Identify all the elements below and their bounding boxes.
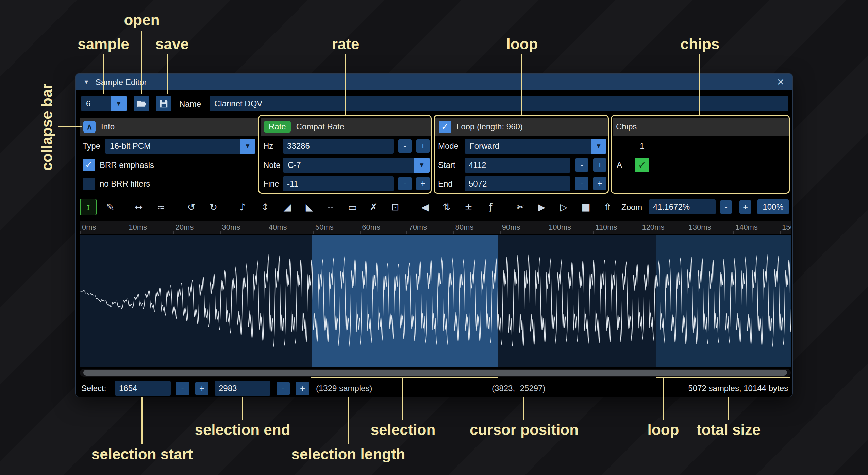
selection-end-input[interactable]: 2983	[215, 381, 270, 396]
scrollbar-thumb[interactable]	[83, 370, 787, 376]
zoom-in-button[interactable]: +	[739, 200, 751, 214]
sample-select[interactable]: 6 ▼	[81, 96, 127, 111]
loop-end-plus-button[interactable]: +	[593, 177, 606, 190]
selection-bracket-line	[311, 377, 498, 378]
ruler-label: 100ms	[549, 223, 571, 232]
type-select-value: 16-bit PCM	[105, 139, 240, 154]
fade-out-button[interactable]: ◣	[301, 199, 318, 215]
stop-preview-button[interactable]: ■	[578, 199, 594, 215]
collapse-window-icon[interactable]: ▼	[83, 78, 89, 86]
name-input[interactable]: Clarinet DQV	[210, 96, 788, 111]
selection-end-plus-button[interactable]: +	[296, 382, 309, 395]
selection-start-plus-button[interactable]: +	[195, 382, 208, 395]
no-brr-filters-checkbox[interactable]	[83, 178, 95, 190]
note-select[interactable]: C-7 ▼	[283, 158, 430, 173]
ruler-label: 40ms	[269, 223, 287, 232]
loop-panel-header: ✓ Loop (length: 960)	[435, 118, 609, 136]
invert-button[interactable]: ⇅	[438, 199, 455, 215]
ruler-tick	[780, 231, 781, 234]
chevron-down-icon[interactable]: ▼	[111, 96, 127, 111]
waveform-view[interactable]	[80, 235, 791, 367]
callout-line-save	[167, 54, 168, 94]
ruler-tick	[220, 231, 221, 234]
ruler-label: 140ms	[735, 223, 758, 232]
fine-plus-button[interactable]: +	[416, 177, 430, 190]
ruler[interactable]: 0ms10ms20ms30ms40ms50ms60ms70ms80ms90ms1…	[80, 221, 791, 234]
selection-end-minus-button[interactable]: -	[277, 382, 290, 395]
note-label: Note	[263, 160, 278, 170]
titlebar[interactable]: ▼ Sample Editor ✕	[76, 74, 792, 90]
ruler-label: 50ms	[315, 223, 334, 232]
redo-button[interactable]: ↻	[205, 199, 222, 215]
apply-silence-button[interactable]: ▭	[344, 199, 361, 215]
undo-button[interactable]: ↺	[183, 199, 200, 215]
reverse-button[interactable]: ◀	[417, 199, 433, 215]
loop-enable-checkbox[interactable]: ✓	[439, 121, 451, 133]
fine-minus-button[interactable]: -	[398, 177, 412, 190]
info-panel: ∧ Info Type 16-bit PCM ▼ ✓ BRR emphasis …	[80, 118, 258, 192]
preview-selection-button[interactable]: ▷	[555, 199, 572, 215]
zoom-label: Zoom	[621, 198, 642, 216]
zoom-reset-button[interactable]: 100%	[757, 199, 789, 214]
loop-end-input[interactable]: 5072	[465, 176, 570, 191]
loop-end-label: End	[438, 179, 460, 189]
fine-input[interactable]: -11	[283, 176, 394, 191]
callout-line-selection	[402, 378, 403, 420]
ruler-tick	[453, 231, 454, 234]
hz-plus-button[interactable]: +	[416, 139, 430, 153]
amplify-button[interactable]: ♪	[234, 199, 251, 215]
sign-button[interactable]: ±	[460, 199, 477, 215]
insert-silence-button[interactable]: ╌	[322, 199, 339, 215]
hz-input[interactable]: 33286	[283, 139, 394, 154]
waveform-canvas[interactable]	[80, 235, 791, 367]
selection-start-input[interactable]: 1654	[115, 381, 171, 396]
chevron-down-icon[interactable]: ▼	[240, 139, 255, 154]
loop-end-minus-button[interactable]: -	[575, 177, 588, 190]
note-select-value: C-7	[283, 158, 414, 173]
fade-in-button[interactable]: ◢	[279, 199, 296, 215]
selection-length-text: (1329 samples)	[316, 380, 372, 397]
open-button[interactable]	[134, 96, 149, 111]
filter-button[interactable]: ƒ	[482, 199, 499, 215]
name-label: Name	[179, 95, 201, 112]
ruler-tick	[640, 231, 640, 234]
trim-button[interactable]: ⊡	[387, 199, 403, 215]
brr-emphasis-checkbox[interactable]: ✓	[83, 159, 95, 171]
preview-button[interactable]: ▶	[533, 199, 550, 215]
chip-enable-checkbox[interactable]: ✓	[635, 158, 649, 172]
hz-minus-button[interactable]: -	[398, 139, 412, 153]
check-icon: ✓	[441, 122, 449, 132]
sample-select-value: 6	[81, 96, 111, 111]
save-button[interactable]	[156, 96, 171, 111]
close-icon[interactable]: ✕	[777, 76, 785, 88]
selection-start-minus-button[interactable]: -	[176, 382, 189, 395]
floppy-disk-icon	[158, 99, 169, 109]
annotation-chips: chips	[681, 36, 720, 53]
ruler-tick	[500, 231, 501, 234]
horizontal-scrollbar[interactable]	[80, 369, 791, 377]
draw-mode-button[interactable]: ✎	[102, 199, 119, 215]
crossfade-button[interactable]: ✂	[512, 199, 529, 215]
ruler-tick	[593, 231, 594, 234]
loop-start-plus-button[interactable]: +	[593, 158, 606, 172]
info-panel-header[interactable]: ∧ Info	[80, 118, 258, 136]
chevron-down-icon[interactable]: ▼	[414, 158, 430, 173]
select-mode-button[interactable]: ɪ	[80, 199, 97, 215]
resize-button[interactable]: ↔	[130, 199, 147, 215]
loop-start-input[interactable]: 4112	[465, 158, 570, 173]
delete-button[interactable]: ✗	[365, 199, 382, 215]
no-brr-filters-label: no BRR filters	[100, 179, 150, 189]
loop-start-minus-button[interactable]: -	[575, 158, 588, 172]
collapse-bar-button[interactable]: ∧	[83, 121, 96, 133]
mode-label: Mode	[438, 141, 460, 151]
normalize-button[interactable]: ↕	[257, 199, 273, 215]
loop-mode-select[interactable]: Forward ▼	[465, 139, 606, 154]
folder-open-icon	[136, 99, 147, 109]
type-select[interactable]: 16-bit PCM ▼	[105, 139, 255, 154]
zoom-input[interactable]: 41.1672%	[649, 199, 716, 214]
make-wavetable-button[interactable]: ⇧	[599, 199, 616, 215]
chevron-down-icon[interactable]: ▼	[591, 139, 606, 154]
hz-label: Hz	[263, 141, 278, 151]
resample-button[interactable]: ≈	[153, 199, 169, 215]
zoom-out-button[interactable]: -	[720, 200, 732, 214]
